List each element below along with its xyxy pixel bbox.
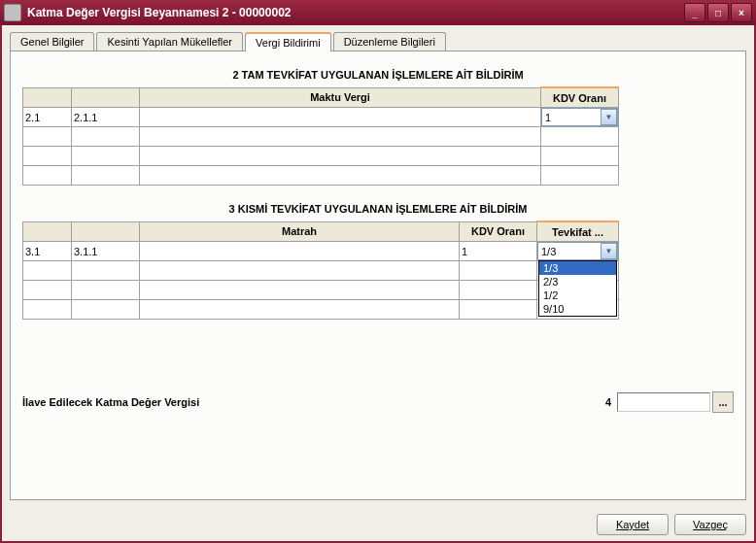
table3-row (23, 281, 619, 300)
table2-col-header-blank2 (72, 87, 140, 108)
window-title: Katma Değer Vergisi Beyannamesi 2 - 0000… (27, 6, 684, 19)
table2-col-header-maktu-vergi: Maktu Vergi (140, 87, 541, 108)
table2-cell[interactable]: 2.1 (23, 108, 72, 127)
table3-cell[interactable] (140, 242, 460, 261)
table3-row: 3.1 3.1.1 1 1/3 ▼ 1/3 2/3 1/2 9/10 (23, 242, 619, 261)
table2-col-header-kdv-orani: KDV Oranı (541, 87, 619, 108)
chevron-down-icon[interactable]: ▼ (601, 243, 617, 259)
chevron-down-icon[interactable]: ▼ (601, 109, 617, 125)
table2-row (23, 147, 619, 166)
app-icon (4, 4, 21, 21)
ilave-row: İlave Edilecek Katma Değer Vergisi 4 ... (22, 391, 734, 413)
tevkifat-option[interactable]: 9/10 (539, 302, 616, 316)
table3-col-header-blank2 (72, 221, 140, 242)
tevkifat-option[interactable]: 1/3 (539, 261, 616, 275)
vazgec-button[interactable]: Vazgeç (674, 514, 746, 535)
table2-col-header-blank1 (23, 87, 72, 108)
ilave-input[interactable] (617, 392, 710, 412)
section-3-title: 3 KISMİ TEVKİFAT UYGULANAN İŞLEMLERE AİT… (22, 203, 734, 215)
table3-row (23, 300, 619, 320)
close-button[interactable]: × (731, 3, 752, 22)
section-3-table: Matrah KDV Oranı Tevkifat ... 3.1 3.1.1 … (22, 221, 619, 320)
kdv-orani-dropdown[interactable]: 1 ▼ (541, 108, 618, 126)
table3-cell[interactable]: 1 (460, 242, 537, 261)
table2-row (23, 127, 619, 147)
tab-kesinti-yapilan-mukellefler[interactable]: Kesinti Yapılan Mükellefler (96, 32, 243, 51)
tab-duzenleme-bilgileri[interactable]: Düzenleme Bilgileri (333, 32, 446, 51)
tab-panel-vergi-bildirimi: 2 TAM TEVKİFAT UYGULANAN İŞLEMLERE AİT B… (10, 51, 746, 500)
tevkifat-option[interactable]: 2/3 (539, 275, 616, 288)
maximize-button[interactable]: □ (707, 3, 729, 22)
table3-cell[interactable]: 3.1.1 (72, 242, 140, 261)
table2-cell[interactable] (140, 108, 541, 127)
tab-strip: Genel Bilgiler Kesinti Yapılan Mükellefl… (2, 25, 754, 51)
tab-vergi-bildirimi[interactable]: Vergi Bildirimi (245, 32, 331, 51)
table2-row: 2.1 2.1.1 1 ▼ (23, 108, 619, 127)
table2-row (23, 166, 619, 186)
tevkifat-dropdown[interactable]: 1/3 ▼ 1/3 2/3 1/2 9/10 (537, 242, 618, 260)
footer-bar: Kaydet Vazgeç (2, 508, 754, 541)
table3-cell-tevkifat[interactable]: 1/3 ▼ 1/3 2/3 1/2 9/10 (537, 242, 619, 261)
table2-cell[interactable]: 2.1.1 (72, 108, 140, 127)
tab-genel-bilgiler[interactable]: Genel Bilgiler (10, 32, 94, 51)
table2-cell-kdv-orani[interactable]: 1 ▼ (541, 108, 619, 127)
kaydet-button[interactable]: Kaydet (597, 514, 669, 535)
table3-row (23, 261, 619, 281)
tevkifat-dropdown-list: 1/3 2/3 1/2 9/10 (538, 260, 617, 317)
ilave-number: 4 (605, 396, 611, 408)
section-2-title: 2 TAM TEVKİFAT UYGULANAN İŞLEMLERE AİT B… (22, 69, 734, 81)
table3-col-header-blank1 (23, 221, 72, 242)
table3-col-header-matrah: Matrah (140, 221, 460, 242)
ilave-label: İlave Edilecek Katma Değer Vergisi (22, 396, 605, 408)
minimize-button[interactable]: _ (684, 3, 705, 22)
kdv-orani-value: 1 (542, 112, 601, 123)
section-2-table: Maktu Vergi KDV Oranı 2.1 2.1.1 1 ▼ (22, 86, 619, 186)
table3-cell[interactable]: 3.1 (23, 242, 72, 261)
table3-col-header-tevkifat: Tevkifat ... (537, 221, 619, 242)
tevkifat-value: 1/3 (538, 246, 601, 257)
ilave-more-button[interactable]: ... (712, 391, 734, 413)
table3-col-header-kdv-orani: KDV Oranı (460, 221, 537, 242)
window-titlebar: Katma Değer Vergisi Beyannamesi 2 - 0000… (0, 0, 756, 25)
tevkifat-option[interactable]: 1/2 (539, 288, 616, 302)
